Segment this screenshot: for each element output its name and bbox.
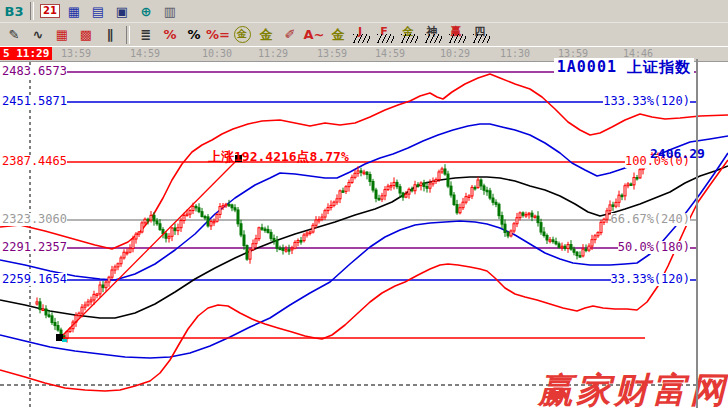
selection-tick: [62, 339, 67, 342]
table-grid-icon-glyph: ▦: [68, 4, 80, 19]
price-level-label: 2387.4465: [2, 155, 67, 168]
trendline-pencil-tool[interactable]: ✎: [2, 25, 26, 45]
wave-a-tool-glyph: A~: [304, 27, 325, 42]
table-grid-icon[interactable]: ▦: [62, 1, 86, 21]
fib-percent-label: 133.33%(120): [603, 95, 690, 108]
time-label: 14:59: [130, 48, 160, 59]
percent-retrace-tool[interactable]: %: [158, 25, 182, 45]
rise-annotation[interactable]: 上涨192.4216点8.77%: [208, 148, 349, 166]
brush-tool-glyph: ✐: [285, 27, 296, 42]
time-label: 14:59: [375, 48, 405, 59]
globe-search-icon[interactable]: ⊕: [134, 1, 158, 21]
trend-line[interactable]: [60, 154, 243, 338]
symbol-title: 1A0001 上证指数: [554, 58, 694, 77]
fib-percent-label: 33.33%(120): [611, 273, 690, 286]
wave-a-tool[interactable]: A~: [302, 25, 326, 45]
notepad-icon-glyph: ▤: [92, 4, 104, 19]
price-level-label: 2451.5871: [2, 95, 67, 108]
fib-percent-label: 66.67%(240): [611, 213, 690, 226]
gann-box-tool[interactable]: ▩: [74, 25, 98, 45]
measure-ruler-tool-glyph: ≣: [141, 27, 152, 42]
globe-search-icon-glyph: ⊕: [141, 4, 152, 19]
logo-chart-icon[interactable]: B3: [2, 1, 26, 21]
price-level-label: 2259.1654: [2, 273, 67, 286]
measure-ruler-tool[interactable]: ≣: [134, 25, 158, 45]
gold-angle-tool-glyph: 金: [403, 27, 414, 37]
gann-grid-tool-glyph: ▦: [56, 27, 68, 42]
price-level-label: 2323.3060: [2, 213, 67, 226]
current-bar-line: [696, 59, 698, 408]
printer-icon-glyph: ▥: [164, 4, 176, 19]
lower_blue-band: [0, 153, 728, 358]
time-label: 10:30: [202, 48, 232, 59]
gann-grid-tool[interactable]: ▦: [50, 25, 74, 45]
chart-area[interactable]: 1A0001 上证指数 上涨192.4216点8.77% 2406.29 赢家财…: [0, 62, 728, 408]
percent-retrace-tool-glyph: %: [163, 27, 176, 42]
f-line-tool[interactable]: F: [374, 25, 398, 45]
gold-channel-tool-glyph: 金: [332, 26, 345, 44]
f-line-tool-glyph: F: [380, 27, 388, 37]
percent-tool-glyph: %: [187, 27, 200, 42]
gold-lines-tool[interactable]: 金: [254, 25, 278, 45]
fib-percent-label: 50.0%(180): [618, 241, 690, 254]
gold-lines-tool-glyph: 金: [260, 26, 273, 44]
save-icon[interactable]: ▣: [110, 1, 134, 21]
trend-line-handle[interactable]: [56, 334, 63, 341]
percent-levels-tool[interactable]: %=: [206, 25, 230, 45]
parallel-lines-tool[interactable]: ∥: [98, 25, 122, 45]
gold-angle-tool[interactable]: 金: [398, 25, 422, 45]
j-line-tool[interactable]: J: [350, 25, 374, 45]
gold-coin-tool[interactable]: 金: [230, 25, 254, 45]
time-label: 13:59: [317, 48, 347, 59]
time-cursor-badge: 5 11:29: [0, 47, 52, 60]
price-level-label: 2291.2357: [2, 241, 67, 254]
save-icon-glyph: ▣: [116, 4, 128, 19]
watermark: 赢家财富网: [538, 367, 728, 408]
calendar-21-icon[interactable]: 21: [38, 1, 62, 21]
ying-line-tool-glyph: 赢: [451, 27, 462, 37]
ying-line-tool[interactable]: 赢: [446, 25, 470, 45]
logo-chart-icon-glyph: B3: [5, 4, 24, 19]
notepad-icon[interactable]: ▤: [86, 1, 110, 21]
parallel-lines-tool-glyph: ∥: [107, 27, 114, 42]
zigzag-line-tool-glyph: ∿: [33, 27, 44, 42]
brush-tool[interactable]: ✐: [278, 25, 302, 45]
toolbar-separator: [30, 2, 34, 20]
price-level-label: 2483.6573: [2, 65, 67, 78]
toolbar-separator: [126, 26, 130, 44]
j-line-tool-glyph: J: [358, 27, 362, 37]
si-line-tool-glyph: 四: [475, 27, 486, 37]
gann-box-tool-glyph: ▩: [80, 27, 92, 42]
gold-channel-tool[interactable]: 金: [326, 25, 350, 45]
time-label: 13:59: [61, 48, 91, 59]
calendar-21-icon-glyph: 21: [40, 4, 60, 18]
app-window: B321▦▤▣⊕▥ ✎∿▦▩∥≣%%%=金金✐A~金JF金神赢四 5 11:29…: [0, 0, 728, 408]
time-label: 10:29: [440, 48, 470, 59]
chart-canvas: [0, 62, 728, 408]
si-line-tool[interactable]: 四: [470, 25, 494, 45]
toolbar-main: B321▦▤▣⊕▥: [0, 0, 728, 23]
time-label: 11:30: [500, 48, 530, 59]
shen-line-tool-glyph: 神: [427, 27, 438, 37]
percent-levels-tool-glyph: %=: [206, 27, 230, 42]
zigzag-line-tool[interactable]: ∿: [26, 25, 50, 45]
printer-icon[interactable]: ▥: [158, 1, 182, 21]
percent-tool[interactable]: %: [182, 25, 206, 45]
time-label: 11:29: [258, 48, 288, 59]
trendline-pencil-tool-glyph: ✎: [9, 27, 20, 42]
shen-line-tool[interactable]: 神: [422, 25, 446, 45]
gold-coin-tool-glyph: 金: [234, 26, 251, 43]
toolbar-drawing-tools: ✎∿▦▩∥≣%%%=金金✐A~金JF金神赢四: [0, 23, 728, 46]
